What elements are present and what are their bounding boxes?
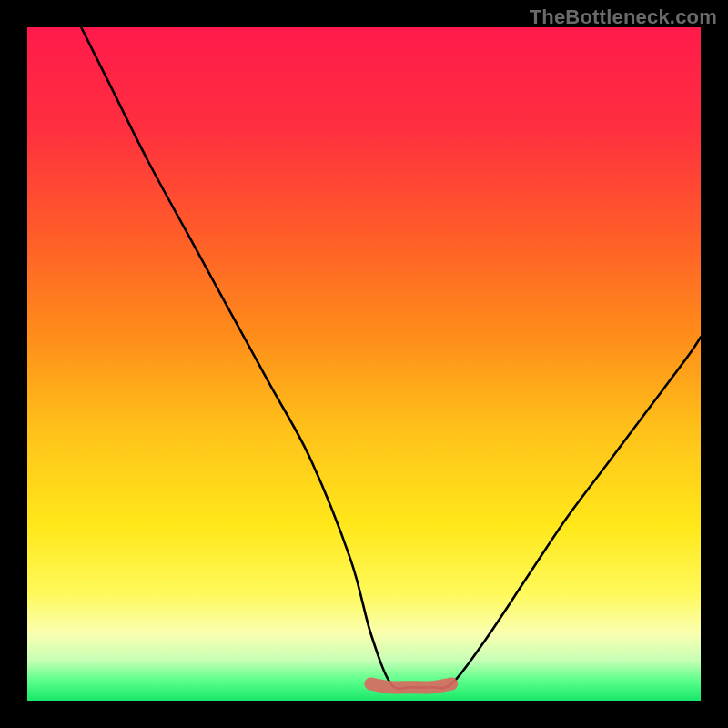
chart-frame: TheBottleneck.com bbox=[0, 0, 728, 728]
curve-layer bbox=[27, 27, 701, 701]
bottom-highlight bbox=[370, 684, 451, 688]
watermark-text: TheBottleneck.com bbox=[530, 5, 717, 29]
plot-area bbox=[27, 27, 701, 701]
bottleneck-curve bbox=[81, 27, 701, 689]
